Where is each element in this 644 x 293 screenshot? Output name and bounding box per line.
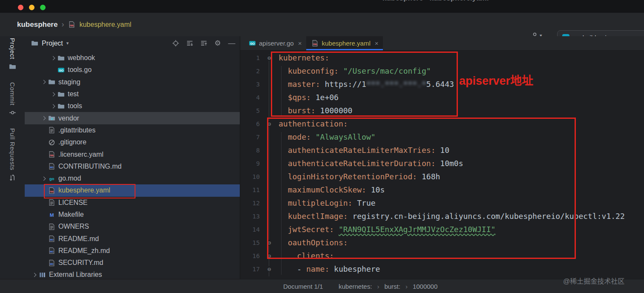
text-icon bbox=[48, 223, 55, 230]
tree-item-owners[interactable]: OWNERS bbox=[25, 221, 240, 233]
project-panel-title[interactable]: Project bbox=[42, 40, 63, 47]
gomod-icon: go bbox=[48, 175, 55, 182]
chevron-placeholder bbox=[39, 184, 48, 196]
tree-item-webhook[interactable]: webhook bbox=[25, 52, 240, 64]
tree-item-tools-go[interactable]: GOtools.go bbox=[25, 64, 240, 76]
svg-text:v: v bbox=[51, 117, 53, 121]
tree-item-gitignore[interactable]: .gitignore bbox=[25, 136, 240, 148]
editor-line-14: 14 jwtSecret: "RAN9QIL5EnxXAgJrMMJVzOcZe… bbox=[240, 223, 644, 236]
editor-line-7: 7 mode: "AlwaysAllow" bbox=[240, 130, 644, 144]
line-number: 17 bbox=[240, 266, 260, 273]
go-icon: GO bbox=[248, 40, 256, 47]
tree-item-readme-zh-md[interactable]: MDREADME_zh.md bbox=[25, 245, 240, 257]
svg-text:YML: YML bbox=[49, 154, 54, 157]
editor-line-1: 1⊖kubernetes: bbox=[240, 51, 644, 64]
tree-item-tools[interactable]: tools bbox=[25, 100, 240, 112]
fold-marker-icon[interactable]: ⊖ bbox=[260, 253, 279, 259]
tree-item-external-libraries[interactable]: External Libraries bbox=[25, 269, 240, 279]
editor-content[interactable]: 1⊖kubernetes:2 kubeconfig: "/Users/mac/c… bbox=[240, 50, 644, 279]
line-number: 9 bbox=[240, 160, 260, 167]
folder-icon bbox=[57, 54, 65, 62]
chevron-down-icon[interactable]: ▾ bbox=[66, 40, 69, 46]
chevron-placeholder bbox=[39, 209, 48, 221]
expand-all-icon[interactable] bbox=[186, 40, 193, 47]
chevron-right-icon[interactable] bbox=[30, 269, 38, 279]
collapse-all-icon[interactable] bbox=[200, 40, 207, 47]
project-panel-header: Project ▾ ⚙— bbox=[25, 36, 240, 51]
stripe-item-commit[interactable]: Commit bbox=[0, 82, 25, 117]
text-icon bbox=[48, 126, 55, 134]
tree-item-contributing-md[interactable]: MDCONTRIBUTING.md bbox=[25, 161, 240, 172]
line-number: 13 bbox=[240, 213, 260, 220]
fold-marker-icon[interactable]: ⊖ bbox=[260, 266, 279, 272]
caret-breadcrumb: kubernetes:›burst:›1000000 bbox=[339, 283, 437, 290]
line-number: 10 bbox=[240, 173, 260, 180]
project-tree: webhookGOtools.gostagingtesttoolsvvendor… bbox=[25, 50, 240, 279]
chevron-right-icon[interactable] bbox=[39, 172, 48, 184]
chevron-right-icon[interactable] bbox=[49, 52, 57, 64]
fold-marker-icon[interactable]: ⊖ bbox=[260, 240, 279, 246]
tree-item-vendor[interactable]: vvendor bbox=[25, 112, 240, 124]
chevron-placeholder bbox=[39, 197, 48, 209]
caret-path-item[interactable]: 1000000 bbox=[413, 283, 437, 290]
stripe-item-pull-requests[interactable]: Pull Requests bbox=[0, 128, 25, 181]
window-minimize-button[interactable] bbox=[29, 5, 34, 10]
window-zoom-button[interactable] bbox=[40, 5, 46, 10]
breadcrumb-separator-icon: › bbox=[405, 283, 408, 290]
tree-item-makefile[interactable]: MMakefile bbox=[25, 209, 240, 221]
chevron-right-icon[interactable] bbox=[39, 112, 48, 124]
breadcrumb-project[interactable]: kubesphere bbox=[17, 20, 58, 29]
tree-item-readme-md[interactable]: MDREADME.md bbox=[25, 233, 240, 244]
editor-line-2: 2 kubeconfig: "/Users/mac/config" bbox=[240, 64, 644, 78]
caret-path-item[interactable]: kubernetes: bbox=[339, 283, 372, 290]
tree-item-label: vendor bbox=[58, 115, 79, 122]
editor-tab-kubesphere-yaml[interactable]: YMLkubesphere.yaml× bbox=[306, 36, 383, 50]
tree-item-test[interactable]: test bbox=[25, 88, 240, 100]
chevron-right-icon[interactable] bbox=[49, 100, 57, 112]
code-text: - name: kubesphere bbox=[279, 264, 380, 273]
editor-line-3: 3 master: https://1***.***.***.*5.6443 bbox=[240, 78, 644, 91]
tree-item-label: External Libraries bbox=[49, 271, 102, 279]
code-text: authenticateRateLimiterDuration: 10m0s bbox=[279, 159, 463, 168]
close-tab-icon[interactable]: × bbox=[298, 40, 302, 47]
editor-tab-bar: GOapiserver.go×YMLkubesphere.yaml× bbox=[240, 36, 644, 51]
tree-item-go-mod[interactable]: gogo.mod bbox=[25, 172, 240, 184]
tree-item-label: README.md bbox=[58, 235, 99, 243]
main-toolbar: kubesphere › YML kubesphere.yaml ▾ go go… bbox=[0, 13, 644, 37]
window-close-button[interactable] bbox=[18, 5, 23, 10]
svg-text:MD: MD bbox=[50, 238, 54, 241]
locate-icon[interactable] bbox=[172, 40, 179, 47]
code-text: kubeconfig: "/Users/mac/config" bbox=[279, 66, 431, 75]
chevron-right-icon[interactable] bbox=[49, 88, 57, 100]
hide-icon[interactable]: — bbox=[228, 40, 236, 47]
svg-text:MD: MD bbox=[50, 263, 54, 265]
tree-item-kubesphere-yaml[interactable]: YMLkubesphere.yaml bbox=[25, 184, 240, 196]
stripe-item-project[interactable]: Project bbox=[0, 38, 25, 70]
tree-item-gitattributes[interactable]: .gitattributes bbox=[25, 124, 240, 136]
fold-marker-icon[interactable]: ⊖ bbox=[260, 121, 279, 127]
makefile-icon: M bbox=[48, 211, 55, 218]
tree-item-staging[interactable]: staging bbox=[25, 76, 240, 88]
tree-item-licenserc-yaml[interactable]: YML.licenserc.yaml bbox=[25, 148, 240, 160]
editor-tab-apiserver-go[interactable]: GOapiserver.go× bbox=[244, 36, 306, 50]
editor-line-16: 16⊖ clients: bbox=[240, 249, 644, 262]
code-text: authentication: bbox=[279, 119, 348, 128]
breadcrumb-file[interactable]: kubesphere.yaml bbox=[79, 21, 131, 29]
editor-pane: GOapiserver.go×YMLkubesphere.yaml× 1⊖kub… bbox=[240, 36, 644, 279]
tree-item-label: staging bbox=[58, 78, 80, 86]
settings-icon[interactable]: ⚙ bbox=[214, 40, 221, 47]
tree-item-license[interactable]: LICENSE bbox=[25, 197, 240, 209]
close-tab-icon[interactable]: × bbox=[375, 40, 379, 47]
svg-text:YML: YML bbox=[313, 43, 318, 46]
tree-item-security-md[interactable]: MDSECURITY.md bbox=[25, 257, 240, 269]
fold-marker-icon[interactable]: ⊖ bbox=[260, 55, 279, 61]
chevron-right-icon[interactable] bbox=[39, 76, 48, 88]
code-text: maximumClockSkew: 10s bbox=[279, 185, 385, 194]
code-text: $qps: 1e+06 bbox=[279, 93, 339, 102]
folder-icon bbox=[48, 78, 55, 86]
folder-icon bbox=[9, 63, 16, 70]
caret-path-item[interactable]: burst: bbox=[384, 283, 400, 290]
line-number: 3 bbox=[240, 81, 260, 88]
window-titlebar: kubesphere - kubesphere.yaml bbox=[0, 0, 644, 13]
annotation-apiserver-note: apiserver地址 bbox=[459, 72, 533, 88]
